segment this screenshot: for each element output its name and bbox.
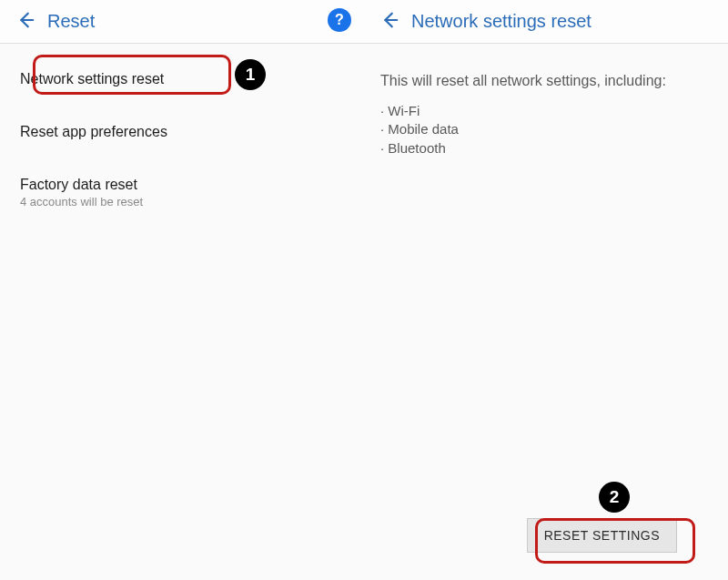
menu-item-label: Factory data reset (20, 177, 344, 193)
menu-item-subtitle: 4 accounts will be reset (20, 195, 344, 209)
menu-item-factory-reset[interactable]: Factory data reset 4 accounts will be re… (0, 166, 364, 219)
topbar-right: Network settings reset (364, 0, 728, 44)
description: This will reset all network settings, in… (364, 56, 728, 158)
back-arrow-icon (15, 10, 35, 34)
menu-item-label: Network settings reset (20, 71, 344, 87)
back-button-right[interactable] (375, 7, 404, 36)
menu-list: Network settings reset Reset app prefere… (0, 44, 364, 580)
back-button-left[interactable] (11, 7, 40, 36)
menu-item-app-prefs[interactable]: Reset app preferences (0, 113, 364, 151)
topbar-left: Reset ? (0, 0, 364, 44)
detail-content: This will reset all network settings, in… (364, 44, 728, 580)
menu-item-network-reset[interactable]: Network settings reset (0, 60, 364, 98)
menu-item-label: Reset app preferences (20, 124, 344, 140)
back-arrow-icon (379, 10, 399, 34)
description-intro: This will reset all network settings, in… (380, 73, 712, 89)
network-reset-screen: Network settings reset This will reset a… (364, 0, 728, 580)
bullet-mobile-data: · Mobile data (380, 120, 712, 138)
reset-screen: Reset ? Network settings reset Reset app… (0, 0, 364, 580)
bullet-wifi: · Wi-Fi (380, 102, 712, 120)
page-title-right: Network settings reset (411, 11, 592, 32)
help-icon[interactable]: ? (328, 8, 351, 32)
page-title-left: Reset (47, 11, 95, 32)
bullet-bluetooth: · Bluetooth (380, 139, 712, 158)
reset-settings-button[interactable]: RESET SETTINGS (527, 518, 677, 553)
